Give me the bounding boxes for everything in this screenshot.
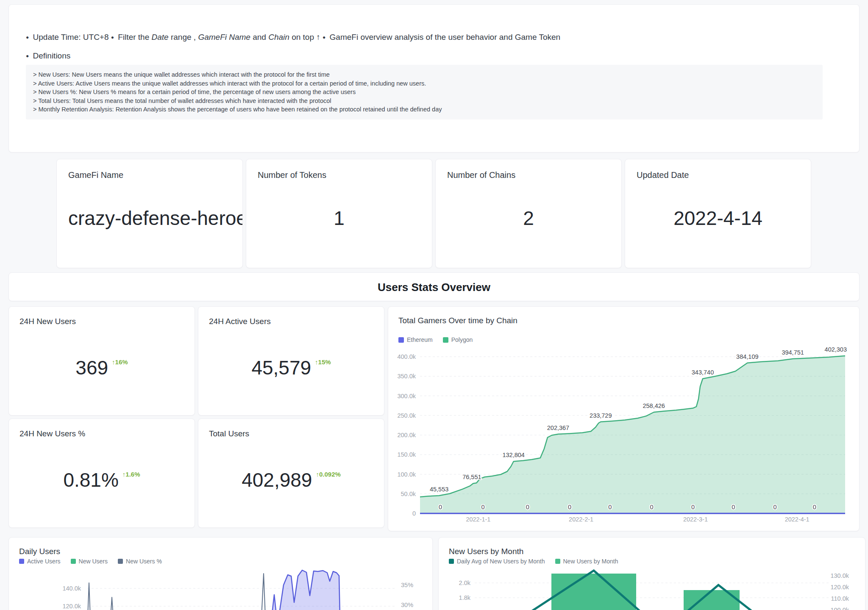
- svg-text:0: 0: [691, 504, 695, 510]
- kpi-change-badge: ↑1.6%: [122, 470, 140, 478]
- kpi-value-row: 369 ↑16%: [9, 358, 195, 378]
- card-value: 2022-4-14: [625, 207, 811, 230]
- svg-text:384,109: 384,109: [736, 353, 758, 360]
- card-value: 2: [436, 207, 621, 230]
- svg-text:140.0k: 140.0k: [62, 585, 81, 592]
- legend-swatch: [118, 559, 123, 564]
- svg-text:258,426: 258,426: [643, 402, 665, 409]
- bullet-icon: ●: [323, 34, 326, 40]
- legend-label: Polygon: [451, 336, 473, 343]
- bullet-icon: ●: [26, 34, 29, 40]
- chart-legend: Ethereum Polygon: [398, 336, 473, 343]
- daily-users-plot[interactable]: 140.0k120.0k35%30%: [9, 566, 433, 610]
- svg-text:0: 0: [813, 504, 816, 510]
- svg-text:394,751: 394,751: [782, 349, 804, 356]
- definitions-block: > New Users: New Users means the unique …: [26, 65, 823, 119]
- definitions-label-text: Definitions: [33, 51, 71, 60]
- kpi-card-total-users: Total Users 402,989 ↑0.092%: [198, 419, 384, 528]
- note-filter-date: Date: [152, 33, 169, 42]
- svg-text:300.0k: 300.0k: [397, 393, 416, 399]
- kpi-value: 0.81%: [63, 470, 118, 490]
- note-overview: GameFi overview analysis of the user beh…: [330, 33, 561, 42]
- legend-item-active-users[interactable]: Active Users: [19, 558, 61, 565]
- svg-text:2022-1-1: 2022-1-1: [466, 516, 490, 523]
- svg-text:0: 0: [481, 504, 484, 510]
- summary-card-number-of-tokens: Number of Tokens 1: [246, 159, 432, 268]
- kpi-value: 402,989: [242, 470, 312, 490]
- legend-swatch: [449, 559, 454, 564]
- summary-card-gamefi-name: GameFi Name crazy-defense-heroes: [56, 159, 243, 268]
- note-filter-3: and: [253, 33, 266, 42]
- svg-text:2022-4-1: 2022-4-1: [785, 516, 810, 523]
- svg-text:45,553: 45,553: [430, 486, 448, 493]
- card-value: 1: [246, 207, 432, 230]
- kpi-value: 45,579: [251, 358, 311, 378]
- svg-text:130.0k: 130.0k: [830, 572, 849, 579]
- kpi-card-24h-new-users-pct: 24H New Users % 0.81% ↑1.6%: [8, 419, 195, 528]
- svg-text:0: 0: [439, 504, 442, 510]
- page-section-title: Users Stats Overview: [378, 281, 490, 294]
- bullet-icon: ●: [26, 53, 29, 59]
- chart-title: Total Gamers Over time by Chain: [398, 316, 517, 325]
- svg-text:200.0k: 200.0k: [397, 432, 416, 438]
- legend-swatch: [19, 559, 24, 564]
- svg-text:0: 0: [773, 504, 776, 510]
- svg-text:0: 0: [526, 504, 529, 510]
- note-update-time: Update Time: UTC+8: [33, 33, 109, 42]
- svg-text:2022-3-1: 2022-3-1: [683, 516, 708, 523]
- gamefi-dashboard: ● Update Time: UTC+8 ● Filter the Date r…: [0, 0, 868, 610]
- card-value: crazy-defense-heroes: [57, 207, 242, 230]
- legend-item-daily-avg-new-users[interactable]: Daily Avg of New Users by Month: [449, 558, 545, 565]
- svg-text:0: 0: [732, 504, 735, 510]
- chart-title: New Users by Month: [449, 547, 523, 556]
- svg-text:2022-2-1: 2022-2-1: [569, 516, 593, 523]
- note-filter-gamefi-name: GameFi Name: [198, 33, 250, 42]
- kpi-value: 369: [75, 358, 108, 378]
- new-users-by-month-plot[interactable]: 2.0k1.8k130.0k120.0k110.0k100.0k: [439, 565, 866, 610]
- svg-text:400.0k: 400.0k: [397, 353, 416, 360]
- legend-item-new-users-by-month[interactable]: New Users by Month: [555, 558, 618, 565]
- svg-text:402,303: 402,303: [825, 346, 847, 353]
- svg-text:0: 0: [568, 504, 571, 510]
- total-gamers-plot[interactable]: 400.0k350.0k300.0k250.0k200.0k150.0k100.…: [388, 349, 860, 527]
- svg-text:30%: 30%: [401, 602, 413, 608]
- legend-item-polygon[interactable]: Polygon: [443, 336, 473, 343]
- legend-item-new-users-pct[interactable]: New Users %: [118, 558, 162, 565]
- definition-item: > Total Users: Total Users means the tot…: [33, 97, 815, 105]
- svg-text:0: 0: [412, 510, 416, 517]
- legend-item-new-users[interactable]: New Users: [71, 558, 108, 565]
- legend-item-ethereum[interactable]: Ethereum: [398, 336, 433, 343]
- card-title: Number of Tokens: [258, 170, 326, 180]
- svg-text:2.0k: 2.0k: [459, 580, 471, 586]
- card-title: Updated Date: [637, 170, 689, 180]
- kpi-value-row: 402,989 ↑0.092%: [198, 470, 384, 490]
- svg-text:100.0k: 100.0k: [397, 471, 416, 478]
- definitions-label: ● Definitions: [26, 51, 70, 61]
- svg-text:202,367: 202,367: [547, 424, 569, 431]
- card-title: 24H New Users %: [19, 429, 85, 438]
- kpi-value-row: 0.81% ↑1.6%: [9, 470, 195, 490]
- definition-item: > New Users %: New Users % means for a c…: [33, 88, 815, 97]
- bullet-icon: ●: [111, 34, 114, 40]
- note-filter-chain: Chain: [268, 33, 289, 42]
- daily-users-chart-card: Daily Users Active Users New Users New U…: [8, 537, 433, 610]
- legend-label: Ethereum: [407, 336, 433, 343]
- svg-text:35%: 35%: [401, 582, 413, 588]
- kpi-card-24h-active-users: 24H Active Users 45,579 ↑15%: [198, 306, 384, 416]
- total-gamers-chart-card: Total Gamers Over time by Chain Ethereum…: [388, 306, 860, 531]
- svg-text:110.0k: 110.0k: [831, 595, 849, 602]
- legend-swatch: [398, 337, 404, 343]
- legend-label: Daily Avg of New Users by Month: [457, 558, 545, 565]
- chart-legend: Daily Avg of New Users by Month New User…: [449, 558, 618, 565]
- kpi-value-row: 45,579 ↑15%: [198, 358, 384, 378]
- svg-text:0: 0: [650, 504, 654, 510]
- chart-legend: Active Users New Users New Users %: [19, 558, 162, 565]
- definition-item: > Monthly Retention Analysis: Retention …: [33, 105, 815, 114]
- note-filter-1: Filter the: [118, 33, 149, 42]
- summary-card-number-of-chains: Number of Chains 2: [435, 159, 622, 268]
- svg-text:350.0k: 350.0k: [397, 373, 416, 380]
- legend-label: New Users %: [126, 558, 162, 565]
- card-title: 24H Active Users: [209, 317, 271, 326]
- svg-text:120.0k: 120.0k: [830, 584, 849, 591]
- legend-label: New Users by Month: [563, 558, 618, 565]
